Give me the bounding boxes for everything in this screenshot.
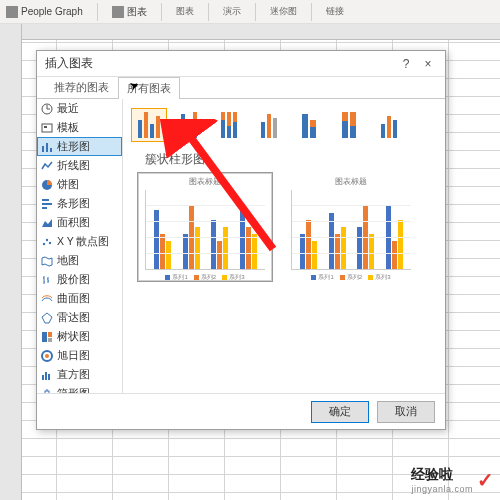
sidebar-item-label: 旭日图 [57, 349, 90, 363]
subtype-row [131, 105, 437, 145]
preview-title: 图表标题 [141, 176, 269, 187]
subtype-3d-column[interactable] [371, 108, 407, 142]
sidebar-item-label: 条形图 [57, 197, 90, 211]
sidebar-item-treemap[interactable]: 树状图 [37, 327, 122, 346]
sidebar-item-radar[interactable]: 雷达图 [37, 308, 122, 327]
preview-legend: 系列1系列2系列3 [287, 273, 415, 282]
ribbon-group-label: 演示 [223, 5, 241, 18]
svg-point-17 [45, 354, 49, 358]
chart-type-sidebar: 最近模板柱形图折线图饼图条形图面积图X Y 散点图地图股价图曲面图雷达图树状图旭… [37, 99, 123, 393]
subtype-title: 簇状柱形图 [145, 151, 437, 168]
svg-rect-20 [48, 374, 50, 380]
bar-icon [41, 198, 53, 210]
sidebar-item-label: 饼图 [57, 178, 79, 192]
subtype-stacked-column[interactable] [171, 108, 207, 142]
sidebar-item-surface[interactable]: 曲面图 [37, 289, 122, 308]
sidebar-item-area[interactable]: 面积图 [37, 213, 122, 232]
svg-rect-6 [42, 199, 49, 201]
sidebar-item-recent[interactable]: 最近 [37, 99, 122, 118]
svg-rect-3 [46, 143, 48, 152]
preview-plot [145, 190, 265, 270]
tab-recommended[interactable]: 推荐的图表 [45, 76, 118, 98]
ribbon-group-label: 迷你图 [270, 5, 297, 18]
ribbon-group-label: 链接 [326, 5, 344, 18]
addin-icon [6, 6, 18, 18]
svg-point-9 [43, 242, 45, 244]
radar-icon [41, 312, 53, 324]
column-headers[interactable] [0, 24, 500, 40]
sidebar-item-line[interactable]: 折线图 [37, 156, 122, 175]
svg-point-10 [46, 238, 48, 240]
svg-rect-4 [50, 148, 52, 152]
sidebar-item-label: 最近 [57, 102, 79, 116]
subtype-3d-100-stacked[interactable] [331, 108, 367, 142]
recent-icon [41, 103, 53, 115]
subtype-3d-stacked[interactable] [291, 108, 327, 142]
map-icon [41, 255, 53, 267]
dialog-titlebar: 插入图表 ? × [37, 51, 445, 77]
sidebar-item-bar[interactable]: 条形图 [37, 194, 122, 213]
help-button[interactable]: ? [397, 55, 415, 73]
sidebar-item-column[interactable]: 柱形图 [37, 137, 122, 156]
ribbon-item[interactable]: 图表 [112, 5, 147, 19]
svg-rect-2 [42, 146, 44, 152]
ribbon: People Graph 图表 图表 演示 迷你图 链接 [0, 0, 500, 24]
svg-rect-8 [42, 207, 47, 209]
ribbon-label: 图表 [127, 5, 147, 19]
sidebar-item-scatter[interactable]: X Y 散点图 [37, 232, 122, 251]
sidebar-item-template[interactable]: 模板 [37, 118, 122, 137]
sidebar-item-label: 直方图 [57, 368, 90, 382]
dialog-tabs: 推荐的图表 所有图表 ➤ [37, 77, 445, 99]
svg-point-11 [49, 241, 51, 243]
pie-icon [41, 179, 53, 191]
sidebar-item-label: 地图 [57, 254, 79, 268]
insert-chart-dialog: 插入图表 ? × 推荐的图表 所有图表 ➤ 最近模板柱形图折线图饼图条形图面积图… [36, 50, 446, 430]
sidebar-item-pie[interactable]: 饼图 [37, 175, 122, 194]
svg-rect-7 [42, 203, 52, 205]
checkmark-icon: ✓ [477, 468, 494, 492]
ribbon-group-label: 图表 [176, 5, 194, 18]
sidebar-item-histogram[interactable]: 直方图 [37, 365, 122, 384]
ribbon-item[interactable]: People Graph [6, 6, 83, 18]
sidebar-item-label: X Y 散点图 [57, 235, 109, 249]
preview-plot [291, 190, 411, 270]
treemap-icon [41, 331, 53, 343]
chart-preview[interactable]: 图表标题系列1系列2系列3 [283, 172, 419, 282]
subtype-100-stacked-column[interactable] [211, 108, 247, 142]
sidebar-item-stock[interactable]: 股价图 [37, 270, 122, 289]
subtype-3d-clustered[interactable] [251, 108, 287, 142]
dialog-footer: 确定 取消 [37, 393, 445, 429]
svg-rect-18 [42, 375, 44, 380]
sidebar-item-label: 树状图 [57, 330, 90, 344]
subtype-clustered-column[interactable] [131, 108, 167, 142]
watermark-url: jingyanla.com [411, 484, 473, 494]
scatter-icon [41, 236, 53, 248]
area-icon [41, 217, 53, 229]
sidebar-item-boxwhisker[interactable]: 箱形图 [37, 384, 122, 393]
dialog-title: 插入图表 [45, 55, 93, 72]
column-icon [41, 141, 53, 153]
cancel-button[interactable]: 取消 [377, 401, 435, 423]
surface-icon [41, 293, 53, 305]
histogram-icon [41, 369, 53, 381]
stock-icon [41, 274, 53, 286]
chart-subtype-panel: 簇状柱形图 图表标题系列1系列2系列3图表标题系列1系列2系列3 [123, 99, 445, 393]
template-icon [41, 122, 53, 134]
sunburst-icon [41, 350, 53, 362]
ok-button[interactable]: 确定 [311, 401, 369, 423]
svg-rect-15 [48, 338, 52, 342]
row-headers[interactable] [0, 24, 22, 500]
preview-legend: 系列1系列2系列3 [141, 273, 269, 282]
sidebar-item-sunburst[interactable]: 旭日图 [37, 346, 122, 365]
watermark-name: 经验啦 [411, 466, 453, 482]
sidebar-item-label: 曲面图 [57, 292, 90, 306]
svg-rect-1 [44, 126, 47, 128]
sidebar-item-label: 面积图 [57, 216, 90, 230]
svg-rect-14 [48, 332, 52, 337]
chart-preview[interactable]: 图表标题系列1系列2系列3 [137, 172, 273, 282]
close-button[interactable]: × [419, 55, 437, 73]
preview-title: 图表标题 [287, 176, 415, 187]
sidebar-item-label: 柱形图 [57, 140, 90, 154]
spreadsheet-grid[interactable]: 插入图表 ? × 推荐的图表 所有图表 ➤ 最近模板柱形图折线图饼图条形图面积图… [0, 24, 500, 500]
sidebar-item-map[interactable]: 地图 [37, 251, 122, 270]
